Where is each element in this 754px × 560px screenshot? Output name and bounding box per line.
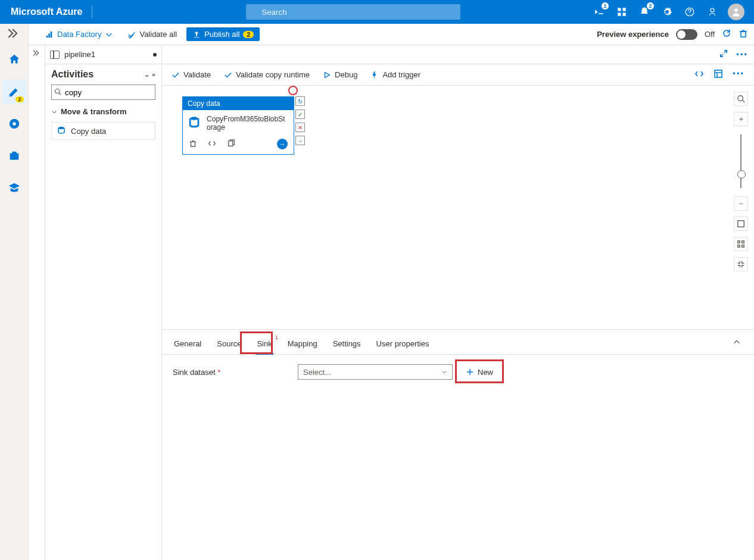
activities-search-input[interactable] xyxy=(51,85,155,100)
learning-icon[interactable] xyxy=(2,176,26,200)
svg-rect-16 xyxy=(10,153,18,159)
badge: 2 xyxy=(647,2,654,10)
more-icon[interactable]: ••• xyxy=(736,50,748,59)
svg-rect-11 xyxy=(48,33,50,37)
new-sink-dataset-button[interactable]: New xyxy=(459,365,500,379)
node-fail-icon[interactable]: ✕ xyxy=(295,123,305,132)
delete-icon[interactable] xyxy=(189,139,197,149)
manage-icon[interactable] xyxy=(2,144,26,168)
azure-header: Microsoft Azure 1 2 xyxy=(0,0,754,24)
tab-label: pipeline1 xyxy=(64,50,95,59)
rail-expand-icon[interactable] xyxy=(2,27,26,39)
fullscreen-collapse-icon[interactable] xyxy=(734,257,748,271)
cloud-shell-icon[interactable]: 1 xyxy=(592,5,606,19)
run-icon[interactable]: → xyxy=(277,139,288,149)
fit-to-screen-icon[interactable] xyxy=(734,217,748,231)
collapse-panel-icon[interactable] xyxy=(730,336,743,351)
badge: 1 xyxy=(602,2,609,10)
canvas-search-icon[interactable] xyxy=(734,92,748,106)
pipeline-canvas[interactable]: Copy data CopyFromM365toBlobStorage → ↻ … xyxy=(162,86,754,329)
collapse-all-icon[interactable]: ⌄ xyxy=(144,71,149,79)
factory-resources-expand[interactable] xyxy=(29,45,45,560)
notifications-icon[interactable]: 2 xyxy=(637,5,652,19)
monitor-icon[interactable] xyxy=(2,112,26,136)
zoom-slider[interactable] xyxy=(740,134,741,188)
tab-settings[interactable]: Settings xyxy=(332,336,362,354)
svg-rect-4 xyxy=(618,13,621,16)
directories-icon[interactable] xyxy=(615,5,629,19)
svg-rect-31 xyxy=(742,245,744,248)
azure-brand[interactable]: Microsoft Azure xyxy=(6,7,87,17)
node-success-icon[interactable]: ✓ xyxy=(295,110,305,119)
preview-toggle[interactable] xyxy=(676,29,697,40)
zoom-in-icon[interactable]: ＋ xyxy=(734,112,748,126)
svg-rect-5 xyxy=(623,13,626,16)
svg-rect-27 xyxy=(738,221,744,227)
debug-button[interactable]: Debug xyxy=(323,70,357,79)
tab-general[interactable]: General xyxy=(173,336,202,354)
svg-rect-13 xyxy=(741,32,746,37)
sink-dataset-select[interactable]: Select... xyxy=(298,364,453,380)
data-factory-dropdown[interactable]: Data Factory xyxy=(40,27,118,41)
zoom-out-icon[interactable]: － xyxy=(734,196,748,211)
tab-user-properties[interactable]: User properties xyxy=(375,336,431,354)
sink-dataset-label: Sink dataset * xyxy=(173,368,292,377)
preview-experience-label: Preview experience xyxy=(597,30,669,39)
publish-all-button[interactable]: Publish all 2 xyxy=(186,27,260,41)
svg-point-15 xyxy=(13,122,16,126)
activities-panel: pipeline1 Activities ⌄ « Move & transfor… xyxy=(45,45,162,560)
search-input[interactable] xyxy=(246,4,460,20)
unsaved-indicator-icon xyxy=(153,53,157,57)
svg-point-8 xyxy=(711,8,714,12)
divider xyxy=(92,6,92,18)
properties-icon[interactable] xyxy=(714,69,723,80)
activity-item-copy-data[interactable]: Copy data xyxy=(51,122,155,140)
svg-point-9 xyxy=(734,8,738,12)
tab-sink[interactable]: Sink 1 xyxy=(256,336,273,354)
chevron-down-icon xyxy=(441,369,447,375)
activity-group-move-transform[interactable]: Move & transform xyxy=(45,105,161,118)
node-skip-icon[interactable]: → xyxy=(295,136,305,145)
discard-icon[interactable] xyxy=(739,29,748,40)
publish-count-badge: 2 xyxy=(243,31,254,38)
code-icon[interactable] xyxy=(694,69,704,80)
left-nav-rail: 2 xyxy=(0,24,29,560)
open-tab-pipeline[interactable]: pipeline1 xyxy=(45,45,161,64)
label: Data Factory xyxy=(57,30,101,39)
svg-rect-23 xyxy=(191,142,195,146)
add-trigger-button[interactable]: Add trigger xyxy=(370,70,420,79)
global-search[interactable] xyxy=(246,4,460,20)
more-icon[interactable]: ••• xyxy=(733,69,744,80)
svg-rect-12 xyxy=(51,31,52,37)
user-avatar[interactable] xyxy=(728,4,744,20)
badge: 2 xyxy=(15,96,23,102)
svg-rect-3 xyxy=(623,8,626,11)
author-icon[interactable]: 2 xyxy=(2,80,26,104)
activity-node-copy-data[interactable]: Copy data CopyFromM365toBlobStorage → xyxy=(182,96,294,155)
auto-align-icon[interactable] xyxy=(734,237,748,251)
feedback-icon[interactable] xyxy=(705,5,719,19)
validate-copy-runtime-button[interactable]: Validate copy runtime xyxy=(224,70,310,79)
svg-line-26 xyxy=(743,101,745,103)
tab-source[interactable]: Source xyxy=(216,336,242,354)
expand-canvas-icon[interactable] xyxy=(719,49,728,60)
refresh-icon[interactable] xyxy=(722,29,731,40)
svg-point-20 xyxy=(58,127,64,129)
svg-rect-30 xyxy=(738,245,740,248)
tab-mapping[interactable]: Mapping xyxy=(286,336,319,354)
svg-rect-21 xyxy=(715,70,722,77)
svg-rect-28 xyxy=(738,241,740,243)
pipeline-icon xyxy=(50,51,60,59)
validate-all-button[interactable]: Validate all xyxy=(123,27,182,41)
validate-button[interactable]: Validate xyxy=(172,70,211,79)
node-undo-icon[interactable]: ↻ xyxy=(295,96,305,106)
node-name: CopyFromM365toBlobStorage xyxy=(207,115,289,132)
svg-rect-10 xyxy=(46,35,48,37)
home-icon[interactable] xyxy=(2,48,26,71)
collapse-panel-icon[interactable]: « xyxy=(152,71,155,79)
settings-icon[interactable] xyxy=(660,5,674,19)
code-icon[interactable] xyxy=(208,139,216,149)
database-icon xyxy=(188,115,201,130)
help-icon[interactable] xyxy=(683,5,697,19)
clone-icon[interactable] xyxy=(227,139,235,149)
